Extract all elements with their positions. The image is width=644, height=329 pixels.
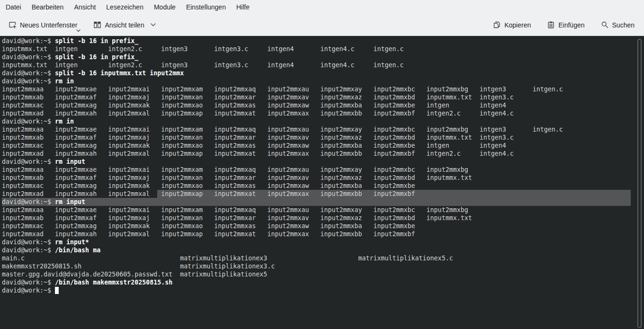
terminal-lines: david@work:~$ split -b 16 in prefix_inpu… (2, 37, 631, 294)
terminal-command-line: david@work:~$ /bin/bash ma (2, 246, 631, 254)
terminal-command-line: david@work:~$ rm input (2, 158, 631, 166)
chevron-down-icon (151, 23, 156, 27)
terminal-output-line: input2mmxab input2mmxaf input2mmxaj inpu… (2, 214, 631, 222)
terminal-output-line: input2mmxad input2mmxah input2mmxal inpu… (2, 150, 631, 158)
scrollbar-thumb[interactable] (637, 39, 642, 328)
split-view-icon (93, 21, 101, 29)
terminal-output-line: input2mmxad input2mmxah input2mmxal inpu… (2, 190, 631, 198)
terminal-command-line: david@work:~$ (2, 286, 631, 294)
terminal-command-line: david@work:~$ split -b 16 inputmmx.txt i… (2, 69, 631, 77)
menubar: DateiBearbeitenAnsichtLesezeichenModuleE… (0, 0, 644, 14)
search-icon (601, 21, 609, 29)
shell-prompt: david@work:~$ (2, 53, 55, 61)
shell-command: rm input* (55, 239, 89, 246)
terminal-command-line: david@work:~$ rm in (2, 77, 631, 85)
shell-command: split -b 16 inputmmx.txt input2mmx (55, 70, 184, 77)
copy-label: Kopieren (504, 21, 531, 29)
terminal-output-line: inputmmx.txt intgen intgen2.c intgen3 in… (2, 45, 631, 53)
terminal-command-line: david@work:~$ rm input (2, 198, 631, 206)
shell-prompt: david@work:~$ (2, 37, 55, 44)
search-label: Suchen (612, 21, 635, 29)
terminal-output-line: makemmxstr20250815.sh matrixmultiplikati… (2, 262, 631, 270)
new-tab-button[interactable]: Neues Unterfenster (4, 17, 82, 33)
terminal-output-line: input2mmxaa input2mmxae input2mmxai inpu… (2, 85, 631, 93)
shell-prompt: david@work:~$ (2, 78, 55, 85)
paste-icon (547, 21, 555, 29)
terminal-command-line: david@work:~$ rm input* (2, 238, 631, 246)
menu-item-datei[interactable]: Datei (0, 0, 27, 14)
selected-text: input2mmxap input2mmxat input2mmxax inpu… (157, 190, 631, 198)
terminal-command-line: david@work:~$ rm in (2, 117, 631, 125)
terminal-output-line: input2mmxad input2mmxah input2mmxal inpu… (2, 230, 631, 238)
terminal-output-line: input2mmxad input2mmxah input2mmxal inpu… (2, 109, 631, 117)
terminal-output-line: input2mmxab input2mmxaf input2mmxaj inpu… (2, 133, 631, 142)
split-view-button[interactable]: Ansicht teilen (89, 17, 160, 33)
menu-item-lesezeichen[interactable]: Lesezeichen (101, 0, 149, 14)
shell-command: rm input (55, 198, 85, 205)
terminal-command-line: david@work:~$ /bin/bash makemmxstr202508… (2, 278, 631, 286)
copy-button[interactable]: Kopieren (488, 17, 536, 33)
terminal-output-line: input2mmxac input2mmxag input2mmxak inpu… (2, 222, 631, 230)
terminal-output-line: input2mmxaa input2mmxae input2mmxai inpu… (2, 166, 631, 174)
output-text: input2mmxad input2mmxah input2mmxal (2, 190, 157, 198)
chevron-down-icon (76, 29, 80, 32)
paste-button[interactable]: Einfügen (542, 17, 589, 33)
toolbar: Neues Unterfenster Ansicht teilen (0, 14, 644, 36)
shell-prompt: david@work:~$ (2, 158, 55, 165)
shell-prompt: david@work:~$ (2, 247, 55, 254)
terminal-output-line: master.gpg.david@dvajda.de20250605.passw… (2, 270, 631, 278)
terminal-output-line: input2mmxac input2mmxag input2mmxak inpu… (2, 142, 631, 150)
shell-command: split -b 16 in prefix_ (55, 53, 138, 61)
terminal-output-line: input2mmxaa input2mmxae input2mmxai inpu… (2, 206, 631, 214)
terminal-command-line: david@work:~$ split -b 16 in prefix_ (2, 53, 631, 61)
shell-prompt: david@work:~$ (2, 239, 55, 246)
menu-item-hilfe[interactable]: Hilfe (231, 0, 255, 14)
menu-item-bearbeiten[interactable]: Bearbeiten (27, 0, 69, 14)
terminal-output-line: input2mmxab input2mmxaf input2mmxaj inpu… (2, 93, 631, 101)
shell-prompt: david@work:~$ (2, 287, 55, 294)
terminal-output-line: input2mmxab input2mmxaf input2mmxaj inpu… (2, 174, 631, 182)
shell-command: /bin/bash makemmxstr20250815.sh (55, 279, 172, 286)
tab-new-icon (9, 21, 17, 29)
terminal-output-line: inputmmx.txt intgen intgen2.c intgen3 in… (2, 61, 631, 69)
menu-item-ansicht[interactable]: Ansicht (69, 0, 101, 14)
paste-label: Einfügen (558, 21, 584, 29)
konsole-window: DateiBearbeitenAnsichtLesezeichenModuleE… (0, 0, 644, 329)
menu-item-einstellungen[interactable]: Einstellungen (181, 0, 231, 14)
terminal-output-line: input2mmxac input2mmxag input2mmxak inpu… (2, 101, 631, 109)
split-view-label: Ansicht teilen (105, 21, 144, 29)
shell-prompt: david@work:~$ (2, 198, 55, 205)
shell-command: split -b 16 in prefix_ (55, 37, 138, 44)
terminal-output-line: main.c matrixmultiplikationex3 matrixmul… (2, 254, 631, 262)
terminal-output-line: input2mmxac input2mmxag input2mmxak inpu… (2, 182, 631, 190)
shell-prompt: david@work:~$ (2, 118, 55, 125)
shell-prompt: david@work:~$ (2, 70, 55, 77)
search-button[interactable]: Suchen (596, 17, 639, 33)
terminal-cursor (55, 287, 59, 294)
menu-item-module[interactable]: Module (149, 0, 181, 14)
shell-command: rm in (55, 118, 74, 125)
terminal-output-line: input2mmxaa input2mmxae input2mmxai inpu… (2, 125, 631, 133)
shell-command: rm input (55, 158, 85, 165)
terminal-viewport[interactable]: david@work:~$ split -b 16 in prefix_inpu… (0, 36, 644, 329)
terminal-scrollbar[interactable] (636, 38, 643, 328)
terminal-command-line: david@work:~$ split -b 16 in prefix_ (2, 37, 631, 45)
shell-command: /bin/bash ma (55, 247, 100, 254)
shell-prompt: david@work:~$ (2, 279, 55, 286)
copy-icon (493, 21, 501, 29)
shell-command: rm in (55, 78, 74, 85)
new-tab-label: Neues Unterfenster (20, 21, 77, 29)
